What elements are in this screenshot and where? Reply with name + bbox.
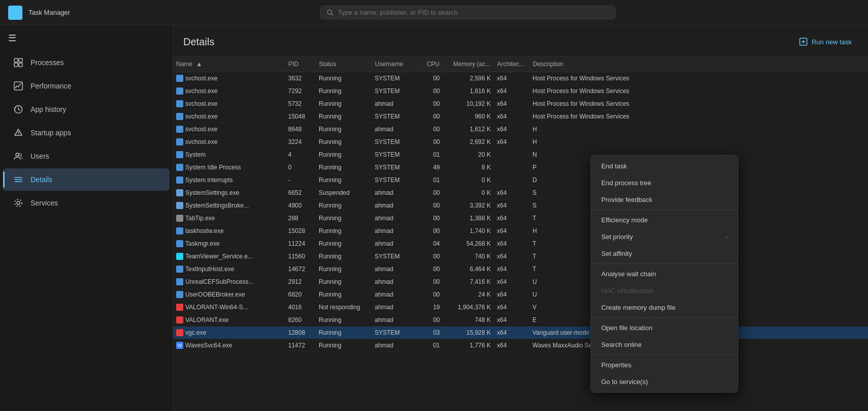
- search-input[interactable]: [338, 9, 609, 16]
- context-menu-item-uac-virtualisation: UAC virtualisation: [591, 282, 738, 299]
- col-header-username[interactable]: Username: [372, 56, 417, 72]
- table-row[interactable]: TextInputHost.exe 14672 Running ahmad 00…: [173, 263, 868, 276]
- col-header-desc[interactable]: Description: [529, 56, 868, 72]
- col-header-pid[interactable]: PID: [285, 56, 316, 72]
- context-menu-item-search-online[interactable]: Search online: [591, 336, 738, 353]
- cell-memory: 0 K: [443, 174, 494, 187]
- cell-username: SYSTEM: [372, 136, 417, 149]
- table-row[interactable]: svchost.exe 8648 Running ahmad 00 1,612 …: [173, 123, 868, 136]
- sidebar-item-app-history[interactable]: App history: [3, 98, 170, 121]
- table-row[interactable]: svchost.exe 5732 Running ahmad 00 10,192…: [173, 98, 868, 110]
- table-row[interactable]: WWavesSvc64.exe 11472 Running ahmad 01 1…: [173, 339, 868, 352]
- col-header-cpu[interactable]: CPU: [417, 56, 443, 72]
- table-body: svchost.exe 3632 Running SYSTEM 00 2,596…: [173, 72, 868, 352]
- services-label: Services: [31, 199, 58, 207]
- table-row[interactable]: VALORANT-Win64-S... 4016 Not responding …: [173, 301, 868, 314]
- cell-arch: x64: [494, 250, 529, 263]
- cell-username: SYSTEM: [372, 250, 417, 263]
- cell-arch: [494, 174, 529, 187]
- search-icon: [327, 9, 333, 16]
- context-menu-separator: [591, 317, 738, 318]
- cell-pid: 11224: [285, 238, 316, 250]
- table-row[interactable]: svchost.exe 15048 Running SYSTEM 00 960 …: [173, 110, 868, 123]
- cell-arch: x64: [494, 238, 529, 250]
- cell-name: vgc.exe: [173, 327, 285, 339]
- cell-arch: x64: [494, 187, 529, 199]
- cell-desc: H: [529, 123, 868, 136]
- context-menu-item-provide-feedback[interactable]: Provide feedback: [591, 191, 738, 208]
- col-header-status[interactable]: Status: [316, 56, 372, 72]
- context-menu-item-efficiency-mode[interactable]: Efficiency mode: [591, 212, 738, 228]
- table-row[interactable]: TeamViewer_Service.e... 11560 Running SY…: [173, 250, 868, 263]
- svg-point-20: [17, 201, 20, 204]
- table-row[interactable]: System Idle Process 0 Running SYSTEM 49 …: [173, 161, 868, 174]
- cell-memory: 2,692 K: [443, 136, 494, 149]
- sidebar-item-processes[interactable]: Processes: [3, 51, 170, 74]
- table-row[interactable]: SystemSettingsBroke... 4900 Running ahma…: [173, 199, 868, 212]
- sidebar-item-details[interactable]: Details: [3, 168, 170, 191]
- cell-pid: 2912: [285, 276, 316, 288]
- sidebar-item-startup-apps[interactable]: Startup apps: [3, 122, 170, 144]
- sidebar-item-performance[interactable]: Performance: [3, 75, 170, 97]
- col-header-memory[interactable]: Memory (ac...: [443, 56, 494, 72]
- context-menu-item-go-to-services[interactable]: Go to service(s): [591, 373, 738, 390]
- cell-pid: 14672: [285, 263, 316, 276]
- table-row[interactable]: System 4 Running SYSTEM 01 20 K N: [173, 149, 868, 161]
- app-icon: [8, 6, 22, 20]
- svg-rect-0: [11, 8, 15, 12]
- cell-desc: Host Process for Windows Services: [529, 72, 868, 85]
- cell-memory: 1,776 K: [443, 339, 494, 352]
- table-row[interactable]: svchost.exe 3224 Running SYSTEM 00 2,692…: [173, 136, 868, 149]
- details-icon: [13, 174, 23, 185]
- table-row[interactable]: svchost.exe 3632 Running SYSTEM 00 2,596…: [173, 72, 868, 85]
- cell-cpu: 00: [417, 199, 443, 212]
- context-menu-item-set-affinity[interactable]: Set affinity: [591, 245, 738, 262]
- cell-memory: 20 K: [443, 149, 494, 161]
- table-row[interactable]: System interrupts - Running SYSTEM 01 0 …: [173, 174, 868, 187]
- run-new-task-button[interactable]: Run new task: [793, 35, 858, 49]
- col-header-name[interactable]: Name ▲: [173, 56, 285, 72]
- context-menu-item-open-file-location[interactable]: Open file location: [591, 319, 738, 336]
- table-row[interactable]: svchost.exe 7292 Running SYSTEM 00 1,616…: [173, 85, 868, 98]
- context-menu-item-end-process-tree[interactable]: End process tree: [591, 174, 738, 191]
- table-row[interactable]: SystemSettings.exe 6652 Suspended ahmad …: [173, 187, 868, 199]
- table-row[interactable]: UserOOBEBroker.exe 6820 Running ahmad 00…: [173, 288, 868, 301]
- table-row[interactable]: Taskmgr.exe 11224 Running ahmad 04 54,26…: [173, 238, 868, 250]
- table-row[interactable]: taskhostw.exe 15028 Running ahmad 00 1,7…: [173, 225, 868, 238]
- cell-username: SYSTEM: [372, 110, 417, 123]
- context-menu-item-create-memory-dump[interactable]: Create memory dump file: [591, 299, 738, 316]
- sidebar-item-services[interactable]: Services: [3, 192, 170, 214]
- context-menu-item-set-priority[interactable]: Set priority›: [591, 228, 738, 245]
- content-header: Details Run new task: [173, 25, 868, 56]
- table-row[interactable]: TabTip.exe 288 Running ahmad 00 1,388 K …: [173, 212, 868, 225]
- cell-arch: x64: [494, 288, 529, 301]
- cell-memory: 1,616 K: [443, 85, 494, 98]
- sidebar-menu-button[interactable]: ☰: [0, 25, 173, 51]
- cell-memory: 0 K: [443, 187, 494, 199]
- ctx-label-end-process-tree: End process tree: [601, 179, 651, 187]
- search-bar[interactable]: [320, 6, 615, 19]
- context-menu-item-end-task[interactable]: End task: [591, 158, 738, 174]
- context-menu-item-analyse-wait-chain[interactable]: Analyse wait chain: [591, 266, 738, 282]
- cell-memory: 1,388 K: [443, 212, 494, 225]
- ctx-label-provide-feedback: Provide feedback: [601, 196, 652, 203]
- context-menu-item-properties[interactable]: Properties: [591, 357, 738, 373]
- cell-arch: [494, 161, 529, 174]
- context-menu: End taskEnd process treeProvide feedback…: [591, 155, 738, 393]
- cell-pid: 8648: [285, 123, 316, 136]
- table-row[interactable]: UnrealCEFSubProcess... 2912 Running ahma…: [173, 276, 868, 288]
- cell-name: svchost.exe: [173, 123, 285, 136]
- cell-cpu: 03: [417, 327, 443, 339]
- cell-arch: [494, 149, 529, 161]
- cell-cpu: 00: [417, 276, 443, 288]
- sidebar-item-users[interactable]: Users: [3, 145, 170, 167]
- app-history-icon: [13, 104, 23, 114]
- cell-arch: x64: [494, 327, 529, 339]
- content-area: Details Run new task Name ▲ PID: [173, 25, 868, 411]
- table-row[interactable]: vgc.exe 12808 Running SYSTEM 03 15,928 K…: [173, 327, 868, 339]
- services-icon: [13, 198, 23, 208]
- cell-cpu: 00: [417, 263, 443, 276]
- cell-cpu: 04: [417, 238, 443, 250]
- table-row[interactable]: VALORANT.exe 8260 Running ahmad 00 748 K…: [173, 314, 868, 327]
- col-header-arch[interactable]: Architec...: [494, 56, 529, 72]
